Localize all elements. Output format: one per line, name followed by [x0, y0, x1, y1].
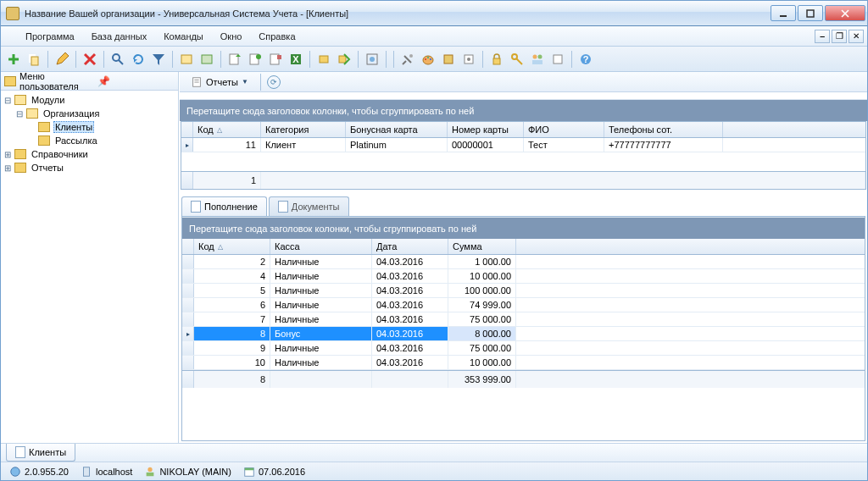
cell-sum: 74 999.00	[448, 298, 516, 312]
palette-icon[interactable]	[419, 50, 437, 69]
document-icon	[191, 201, 201, 213]
tab-documents[interactable]: Документы	[269, 196, 349, 216]
topup-row[interactable]: 10Наличные04.03.201610 000.00	[182, 356, 865, 370]
group-drop-zone-detail[interactable]: Перетащите сюда заголовок колонки, чтобы…	[182, 217, 865, 239]
tree-node-mailing[interactable]: Рассылка	[3, 134, 176, 147]
row-indicator-icon	[182, 284, 194, 297]
clock-icon[interactable]: ⟳	[267, 75, 281, 89]
key-icon[interactable]	[508, 50, 526, 69]
window-tab-clients[interactable]: Клиенты	[6, 444, 75, 462]
topup-row[interactable]: 2Наличные04.03.20161 000.00	[182, 255, 865, 269]
collapse-icon[interactable]: ⊟	[14, 108, 25, 119]
edit-icon[interactable]	[53, 50, 71, 69]
menu-window[interactable]: Окно	[213, 29, 250, 44]
svg-rect-48	[147, 472, 154, 475]
tree-node-directories[interactable]: ⊞ Справочники	[3, 147, 176, 161]
refresh-icon[interactable]	[129, 50, 147, 69]
collapse-icon[interactable]: ⊟	[3, 95, 13, 105]
filter-icon[interactable]	[149, 50, 168, 69]
col-code[interactable]: Код△	[193, 122, 261, 137]
tool-i-icon[interactable]	[548, 50, 567, 69]
menu-program[interactable]: Программа	[18, 29, 82, 44]
cell-card-number: 00000001	[448, 138, 524, 152]
row-indicator-icon	[182, 341, 194, 355]
row-indicator-icon	[182, 356, 194, 369]
topup-row[interactable]: 9Наличные04.03.201675 000.00	[182, 341, 865, 356]
col-category[interactable]: Категория	[261, 122, 346, 137]
help-icon[interactable]: ?	[576, 50, 595, 69]
col-phone[interactable]: Телефоны сот.	[604, 122, 723, 137]
cell-sum: 100 000.00	[448, 284, 516, 297]
app-icon	[6, 7, 19, 20]
cell-fio: Тест	[524, 138, 604, 152]
maximize-button[interactable]	[798, 5, 823, 21]
svg-rect-12	[181, 55, 192, 64]
minimize-button[interactable]	[771, 5, 796, 21]
tree-node-clients[interactable]: Клиенты	[3, 120, 176, 134]
svg-point-16	[256, 54, 261, 59]
tool-a-icon[interactable]	[177, 50, 196, 69]
cell-code: 2	[194, 255, 270, 268]
document-icon	[278, 201, 288, 213]
tree-node-modules[interactable]: ⊟ Модули	[3, 93, 176, 107]
tool-g-icon[interactable]	[439, 50, 458, 69]
expand-icon[interactable]: ⊞	[3, 149, 13, 159]
cell-code: 5	[194, 284, 270, 297]
tool-e-icon[interactable]	[335, 50, 353, 69]
pin-icon[interactable]: 📌	[97, 75, 175, 87]
export-c-icon[interactable]	[266, 50, 285, 69]
add-icon[interactable]	[4, 50, 23, 69]
mdi-minimize-button[interactable]: ‒	[815, 30, 830, 43]
clients-row[interactable]: ▸ 11 Клиент Platinum 00000001 Тест +7777…	[181, 138, 865, 152]
mdi-restore-button[interactable]: ❐	[832, 30, 847, 43]
col-bonus-card[interactable]: Бонусная карта	[346, 122, 448, 137]
tool-h-icon[interactable]	[459, 50, 478, 69]
lock-icon[interactable]	[487, 50, 506, 69]
svg-rect-18	[277, 55, 281, 59]
export-b-icon[interactable]	[246, 50, 264, 69]
svg-point-45	[11, 467, 20, 476]
cell-sum: 10 000.00	[448, 269, 516, 283]
tree-label: Организация	[42, 108, 101, 119]
col-card-number[interactable]: Номер карты	[448, 122, 524, 137]
export-excel-icon[interactable]: X	[287, 50, 305, 69]
menu-database[interactable]: База данных	[84, 29, 155, 44]
topup-row[interactable]: 5Наличные04.03.2016100 000.00	[182, 284, 865, 298]
tool-d-icon[interactable]	[314, 50, 333, 69]
tool-b-icon[interactable]	[198, 50, 216, 69]
folder-icon	[14, 163, 26, 173]
mdi-close-button[interactable]: ✕	[849, 30, 864, 43]
expand-icon[interactable]: ⊞	[3, 163, 13, 173]
export-a-icon[interactable]	[225, 50, 244, 69]
col-sum[interactable]: Сумма	[448, 239, 516, 254]
col-fio[interactable]: ФИО	[524, 122, 604, 137]
close-button[interactable]	[825, 5, 865, 21]
col-code[interactable]: Код△	[194, 239, 270, 254]
svg-point-27	[425, 58, 426, 60]
topup-row[interactable]: 4Наличные04.03.201610 000.00	[182, 269, 865, 284]
reports-dropdown[interactable]: Отчеты ▼	[185, 74, 254, 91]
tree-node-organization[interactable]: ⊟ Организация	[3, 107, 176, 120]
menu-help[interactable]: Справка	[251, 29, 303, 44]
settings-icon[interactable]	[398, 50, 417, 69]
group-drop-zone-top[interactable]: Перетащите сюда заголовок колонки, чтобы…	[180, 99, 867, 121]
col-date[interactable]: Дата	[372, 239, 448, 254]
topup-row[interactable]: ▸8Бонус04.03.20168 000.00	[182, 327, 865, 341]
copy-icon[interactable]	[25, 50, 43, 69]
svg-point-28	[427, 57, 429, 58]
menu-commands[interactable]: Команды	[156, 29, 211, 44]
nav-tree: ⊟ Модули ⊟ Организация Клиенты Рассылка …	[1, 91, 178, 443]
cell-date: 04.03.2016	[372, 312, 448, 326]
server-icon	[81, 466, 92, 478]
users-icon[interactable]	[528, 50, 547, 69]
tab-topup[interactable]: Пополнение	[181, 196, 267, 216]
svg-rect-50	[245, 467, 254, 470]
topup-row[interactable]: 6Наличные04.03.201674 999.00	[182, 298, 865, 312]
topup-row[interactable]: 7Наличные04.03.201675 000.00	[182, 312, 865, 327]
col-kassa[interactable]: Касса	[270, 239, 372, 254]
search-icon[interactable]	[108, 50, 127, 69]
delete-icon[interactable]	[81, 50, 99, 69]
cell-sum: 8 000.00	[448, 327, 516, 340]
tool-f-icon[interactable]	[363, 50, 381, 69]
tree-node-reports[interactable]: ⊞ Отчеты	[3, 161, 176, 174]
